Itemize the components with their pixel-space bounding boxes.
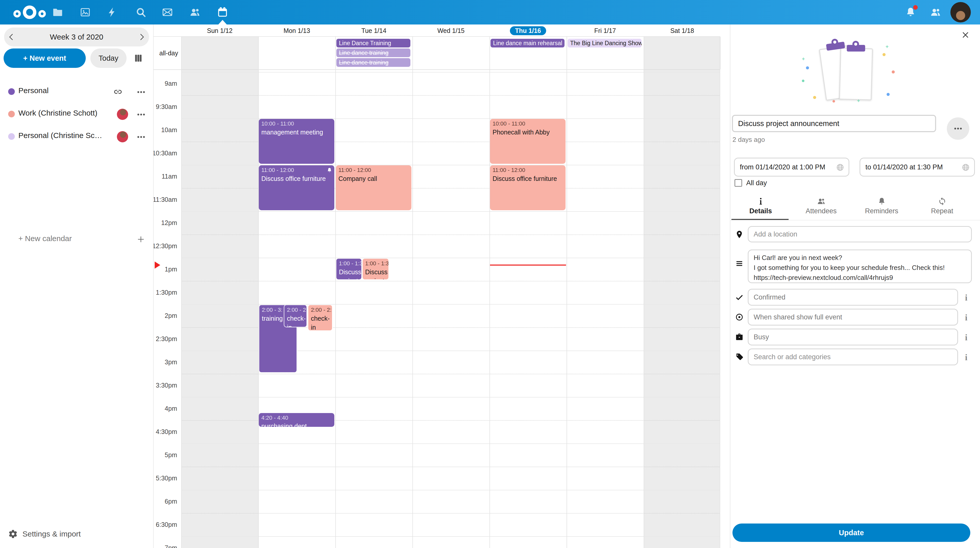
tabs-divider bbox=[730, 220, 980, 221]
app-photos-icon[interactable] bbox=[80, 6, 91, 18]
availability-select[interactable]: Busy bbox=[748, 329, 958, 345]
contacts-menu-icon[interactable] bbox=[930, 6, 941, 18]
settings-import-button[interactable]: Settings & import bbox=[0, 527, 153, 541]
time-label: 3pm bbox=[154, 351, 177, 374]
tab-attendees[interactable]: Attendees bbox=[791, 196, 851, 219]
all-day-event[interactable]: The Big Line Dancing Show bbox=[568, 39, 641, 48]
calendar-event[interactable]: 2:00 - 2:check-in bbox=[284, 305, 307, 327]
time-label: 5:30pm bbox=[154, 467, 177, 490]
categories-input[interactable]: Search or add categories bbox=[748, 348, 958, 365]
nextcloud-calendar-app: Week 3 of 2020 + New event Today Persona… bbox=[0, 0, 980, 548]
time-label: 10am bbox=[154, 118, 177, 141]
event-title: management meeting bbox=[261, 128, 332, 137]
calendar-item-2[interactable]: Work (Christine Schott) bbox=[0, 103, 153, 125]
nextcloud-logo-icon[interactable] bbox=[10, 4, 49, 21]
app-activity-icon[interactable] bbox=[107, 6, 118, 18]
location-input[interactable]: Add a location bbox=[748, 226, 972, 242]
hour-line bbox=[181, 536, 720, 537]
calendar-color-dot bbox=[8, 111, 15, 118]
user-avatar[interactable] bbox=[950, 2, 971, 22]
view-toggle-icon[interactable] bbox=[134, 52, 143, 64]
app-contacts-icon[interactable] bbox=[189, 6, 200, 18]
visibility-select[interactable]: When shared show full event bbox=[748, 309, 958, 326]
tab-repeat[interactable]: Repeat bbox=[912, 196, 972, 219]
more-icon[interactable] bbox=[136, 87, 146, 97]
time-label: 2pm bbox=[154, 304, 177, 327]
new-event-button[interactable]: + New event bbox=[3, 48, 86, 68]
all-day-label: all-day bbox=[154, 37, 178, 69]
settings-label: Settings & import bbox=[22, 530, 81, 538]
timezone-globe-icon[interactable] bbox=[961, 163, 970, 172]
tab-details[interactable]: Details bbox=[730, 196, 791, 219]
calendar-event[interactable]: 11:00 - 12:00Discuss office furniture bbox=[490, 165, 566, 210]
link-icon[interactable] bbox=[113, 87, 123, 97]
event-time: 1:00 - 1:30 bbox=[339, 260, 359, 268]
busy-briefcase-icon bbox=[735, 333, 744, 342]
tag-icon bbox=[735, 353, 744, 361]
all-day-checkbox[interactable] bbox=[735, 179, 742, 187]
time-label: 6pm bbox=[154, 490, 177, 513]
event-title: check-in bbox=[287, 314, 304, 327]
calendar-event[interactable]: 10:00 - 11:00management meeting bbox=[259, 119, 334, 164]
calendar-event[interactable]: 2:00 - 2:check-in bbox=[308, 305, 332, 331]
tab-reminders[interactable]: Reminders bbox=[851, 196, 912, 219]
hour-line bbox=[181, 211, 720, 212]
today-pill: Thu 1/16 bbox=[510, 26, 546, 35]
calendar-event[interactable]: 1:00 - 1:30Discuss project bbox=[362, 258, 389, 280]
all-day-checkbox-label: All day bbox=[746, 179, 767, 187]
calendar-item-1[interactable]: Personal bbox=[0, 81, 153, 103]
notifications-bell-icon[interactable] bbox=[905, 6, 916, 18]
grid-column-border bbox=[720, 37, 720, 548]
chevron-left-icon[interactable] bbox=[7, 33, 16, 41]
event-time: 11:00 - 12:00 bbox=[493, 166, 563, 174]
event-title: Discuss office furniture bbox=[261, 174, 332, 183]
time-label: 12pm bbox=[154, 211, 177, 235]
all-day-event[interactable]: Line Dance Training bbox=[336, 39, 410, 48]
end-datetime-field[interactable]: to 01/14/2020 at 1:30 PM bbox=[859, 158, 975, 176]
chevron-right-icon[interactable] bbox=[137, 33, 146, 41]
time-label: 4pm bbox=[154, 397, 177, 420]
calendar-event[interactable]: 10:00 - 11:00Phonecall with Abby bbox=[490, 119, 566, 164]
day-header-row: Sun 1/12Mon 1/13Tue 1/14Wed 1/15Thu 1/16… bbox=[154, 24, 720, 37]
visibility-info-icon[interactable]: i bbox=[963, 313, 969, 322]
app-files-icon[interactable] bbox=[52, 6, 63, 18]
start-datetime-field[interactable]: from 01/14/2020 at 1:00 PM bbox=[734, 158, 850, 176]
event-time: 1:00 - 1:30 bbox=[365, 260, 386, 268]
new-calendar-button[interactable]: + New calendar bbox=[0, 230, 153, 250]
availability-info-icon[interactable]: i bbox=[963, 333, 969, 342]
close-icon[interactable] bbox=[961, 31, 970, 39]
start-datetime-value: from 01/14/2020 at 1:00 PM bbox=[740, 163, 825, 171]
event-more-button[interactable] bbox=[947, 118, 969, 140]
grid-column-border bbox=[258, 37, 259, 548]
calendar-event[interactable]: 11:00 - 12:00Discuss office furniture bbox=[259, 165, 334, 210]
description-textarea[interactable]: Hi Carl! are you in next week? I got som… bbox=[748, 249, 972, 283]
app-mail-icon[interactable] bbox=[162, 6, 173, 18]
week-navigation[interactable]: Week 3 of 2020 bbox=[4, 27, 149, 46]
more-icon[interactable] bbox=[136, 110, 146, 119]
time-label: 6:30pm bbox=[154, 513, 177, 536]
event-title-input[interactable] bbox=[732, 115, 936, 132]
status-select[interactable]: Confirmed bbox=[748, 289, 958, 306]
time-label: 4:30pm bbox=[154, 420, 177, 443]
info-icon bbox=[756, 197, 765, 206]
calendar-label: Personal (Christine Schott) bbox=[18, 131, 106, 140]
app-search-icon[interactable] bbox=[135, 6, 146, 18]
status-info-icon[interactable]: i bbox=[963, 293, 969, 303]
grid-column-border bbox=[566, 37, 567, 548]
day-label: Sun 1/12 bbox=[207, 27, 232, 35]
gear-icon bbox=[8, 529, 18, 539]
update-button[interactable]: Update bbox=[732, 524, 970, 542]
calendar-event[interactable]: 4:20 - 4:40purchasing dept bbox=[259, 413, 334, 427]
calendar-event[interactable]: 1:00 - 1:30Discuss project announcement bbox=[336, 258, 362, 280]
time-label: 1:30pm bbox=[154, 281, 177, 304]
today-button[interactable]: Today bbox=[90, 48, 127, 68]
all-day-event[interactable]: Line dance main rehearsal bbox=[490, 39, 565, 48]
more-icon[interactable] bbox=[136, 132, 146, 142]
calendar-item-3[interactable]: Personal (Christine Schott) bbox=[0, 125, 153, 148]
tab-label: Attendees bbox=[806, 207, 837, 215]
categories-info-icon[interactable]: i bbox=[963, 353, 969, 362]
all-day-event[interactable]: Line dance training bbox=[336, 48, 410, 57]
timezone-globe-icon[interactable] bbox=[836, 163, 845, 172]
calendar-event[interactable]: 11:00 - 12:00Company call bbox=[336, 165, 411, 210]
all-day-event[interactable]: Line dance training bbox=[336, 58, 410, 67]
